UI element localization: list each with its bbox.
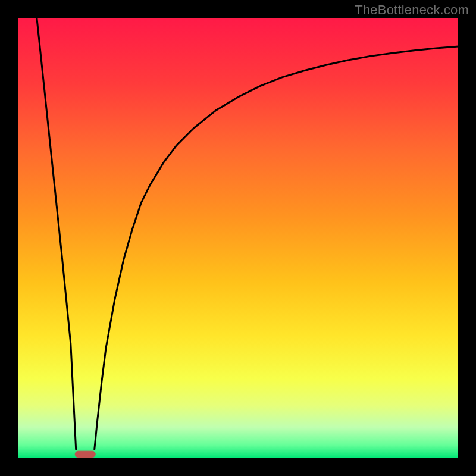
watermark-text: TheBottleneck.com <box>355 2 469 18</box>
plot-area <box>18 18 458 458</box>
chart-svg <box>18 18 458 458</box>
chart-frame: TheBottleneck.com <box>0 0 476 476</box>
optimum-marker <box>75 451 95 457</box>
gradient-background <box>18 18 458 458</box>
